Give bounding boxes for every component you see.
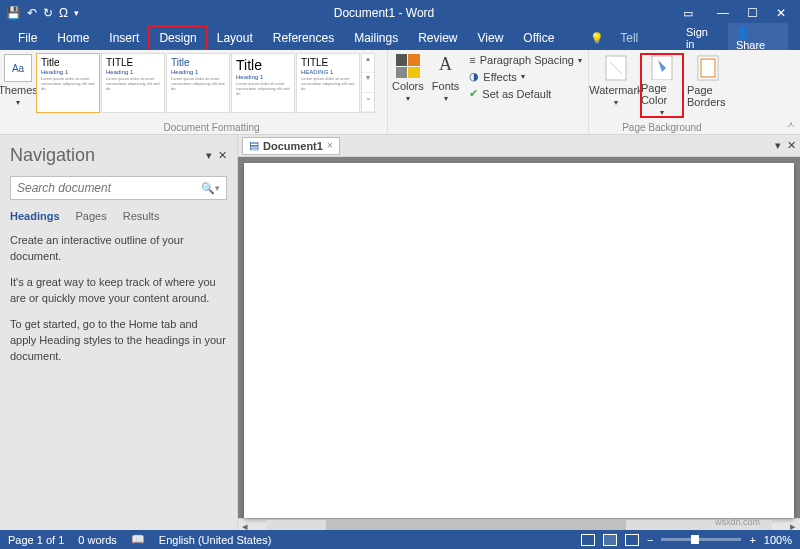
effects-label: Effects xyxy=(483,71,516,83)
print-layout-icon[interactable] xyxy=(603,534,617,546)
zoom-thumb[interactable] xyxy=(691,535,699,544)
site-watermark: wsxdn.com xyxy=(715,517,760,527)
tab-view[interactable]: View xyxy=(468,26,514,50)
gallery-more-icon[interactable]: ⌄ xyxy=(362,93,374,112)
gallery-scroll[interactable]: ▴ ▾ ⌄ xyxy=(361,53,375,113)
group-label: Page Background xyxy=(622,122,702,133)
sign-in-link[interactable]: Sign in xyxy=(676,26,728,50)
close-tab-icon[interactable]: × xyxy=(327,140,333,151)
style-title: TITLE xyxy=(301,57,355,68)
zoom-slider[interactable] xyxy=(661,538,741,541)
close-button[interactable]: ✕ xyxy=(776,6,786,20)
page-view[interactable] xyxy=(238,157,800,518)
tab-layout[interactable]: Layout xyxy=(207,26,263,50)
search-document-box[interactable]: 🔍 ▾ xyxy=(10,176,227,200)
nav-menu-icon[interactable]: ▾ xyxy=(206,149,212,162)
style-card[interactable]: TITLE Heading 1 Lorem ipsum dolor sit am… xyxy=(101,53,165,113)
style-card[interactable]: Title Heading 1 Lorem ipsum dolor sit am… xyxy=(231,53,295,113)
minimize-button[interactable]: — xyxy=(717,6,729,20)
undo-icon[interactable]: ↶ xyxy=(27,6,37,20)
chevron-down-icon: ▾ xyxy=(614,98,618,107)
nav-hint-3: To get started, go to the Home tab and a… xyxy=(10,316,227,364)
style-card[interactable]: Title Heading 1 Lorem ipsum dolor sit am… xyxy=(36,53,100,113)
tab-home[interactable]: Home xyxy=(47,26,99,50)
document-tab[interactable]: ▤ Document1 × xyxy=(242,137,340,155)
tab-references[interactable]: References xyxy=(263,26,344,50)
status-proofing-icon[interactable]: 📖 xyxy=(131,533,145,546)
style-card[interactable]: TITLE HEADING 1 Lorem ipsum dolor sit am… xyxy=(296,53,360,113)
nav-tab-headings[interactable]: Headings xyxy=(10,210,60,222)
redo-icon[interactable]: ↻ xyxy=(43,6,53,20)
nav-tab-results[interactable]: Results xyxy=(123,210,160,222)
search-icon[interactable]: 🔍 xyxy=(201,182,215,195)
page-background-group: Watermark ▾ Page Color ▾ Page Borders Pa… xyxy=(589,50,735,135)
themes-group: Aa Themes ▾ xyxy=(0,50,36,135)
style-card[interactable]: Title Heading 1 Lorem ipsum dolor sit am… xyxy=(166,53,230,113)
chevron-down-icon: ▾ xyxy=(16,98,20,107)
gallery-down-icon[interactable]: ▾ xyxy=(362,73,374,92)
qat-more-icon[interactable]: ▾ xyxy=(74,8,79,18)
gallery-up-icon[interactable]: ▴ xyxy=(362,54,374,73)
style-body: Lorem ipsum dolor sit amet consectetur a… xyxy=(171,76,225,91)
page-borders-button[interactable]: Page Borders xyxy=(687,54,729,117)
tab-office-tab[interactable]: Office Tab xyxy=(513,26,584,50)
zoom-in-icon[interactable]: + xyxy=(749,534,755,546)
style-heading: Heading 1 xyxy=(171,69,225,75)
nav-hint-2: It's a great way to keep track of where … xyxy=(10,274,227,306)
style-gallery[interactable]: Title Heading 1 Lorem ipsum dolor sit am… xyxy=(36,50,361,116)
tab-review[interactable]: Review xyxy=(408,26,467,50)
nav-tab-pages[interactable]: Pages xyxy=(76,210,107,222)
colors-button[interactable]: Colors ▾ xyxy=(388,50,428,121)
zoom-out-icon[interactable]: − xyxy=(647,534,653,546)
style-body: Lorem ipsum dolor sit amet consectetur a… xyxy=(301,76,355,91)
group-label: Document Formatting xyxy=(163,122,259,133)
paragraph-spacing-button[interactable]: ≡Paragraph Spacing ▾ xyxy=(469,54,582,66)
tab-mailings[interactable]: Mailings xyxy=(344,26,408,50)
colors-label: Colors xyxy=(392,80,424,92)
style-heading: HEADING 1 xyxy=(301,69,355,75)
doctab-menu-icon[interactable]: ▾ xyxy=(775,139,781,152)
symbol-icon[interactable]: Ω xyxy=(59,6,68,20)
ribbon-options-icon[interactable]: ▭ xyxy=(683,7,693,20)
doctab-close-all-icon[interactable]: ✕ xyxy=(787,139,796,152)
page-borders-label: Page Borders xyxy=(687,84,729,108)
style-title: Title xyxy=(171,57,225,68)
window-controls: — ☐ ✕ xyxy=(703,6,800,20)
tab-file[interactable]: File xyxy=(8,26,47,50)
share-button[interactable]: 👤 Share xyxy=(728,23,788,54)
tab-design[interactable]: Design xyxy=(149,26,206,50)
chevron-down-icon: ▾ xyxy=(521,72,525,81)
navigation-pane: Navigation ▾ ✕ 🔍 ▾ Headings Pages Result… xyxy=(0,135,238,534)
status-language[interactable]: English (United States) xyxy=(159,534,272,546)
save-icon[interactable]: 💾 xyxy=(6,6,21,20)
style-body: Lorem ipsum dolor sit amet consectetur a… xyxy=(41,76,95,91)
document-page[interactable] xyxy=(244,163,794,518)
effects-button[interactable]: ◑Effects ▾ xyxy=(469,70,582,83)
word-doc-icon: ▤ xyxy=(249,139,259,152)
zoom-level[interactable]: 100% xyxy=(764,534,792,546)
themes-button[interactable]: Aa Themes ▾ xyxy=(0,50,36,121)
navigation-tabs: Headings Pages Results xyxy=(10,210,227,222)
nav-close-icon[interactable]: ✕ xyxy=(218,149,227,162)
watermark-button[interactable]: Watermark ▾ xyxy=(595,54,637,117)
fonts-button[interactable]: A Fonts ▾ xyxy=(428,50,464,121)
style-heading: Heading 1 xyxy=(236,74,290,80)
tab-insert[interactable]: Insert xyxy=(99,26,149,50)
fonts-label: Fonts xyxy=(432,80,460,92)
set-default-button[interactable]: ✔Set as Default xyxy=(469,87,582,100)
read-mode-icon[interactable] xyxy=(581,534,595,546)
page-borders-icon xyxy=(696,54,720,82)
page-color-button[interactable]: Page Color ▾ xyxy=(641,54,683,117)
collapse-ribbon-icon[interactable]: ㅅ xyxy=(786,118,796,132)
search-menu-icon[interactable]: ▾ xyxy=(215,183,220,193)
ribbon-tabs: File Home Insert Design Layout Reference… xyxy=(0,26,800,50)
web-layout-icon[interactable] xyxy=(625,534,639,546)
maximize-button[interactable]: ☐ xyxy=(747,6,758,20)
status-words[interactable]: 0 words xyxy=(78,534,117,546)
page-color-icon xyxy=(650,54,674,80)
status-page[interactable]: Page 1 of 1 xyxy=(8,534,64,546)
style-title: Title xyxy=(236,57,290,73)
search-input[interactable] xyxy=(17,181,201,195)
tell-me-search[interactable]: Tell me... xyxy=(610,26,676,50)
workspace: Navigation ▾ ✕ 🔍 ▾ Headings Pages Result… xyxy=(0,135,800,534)
